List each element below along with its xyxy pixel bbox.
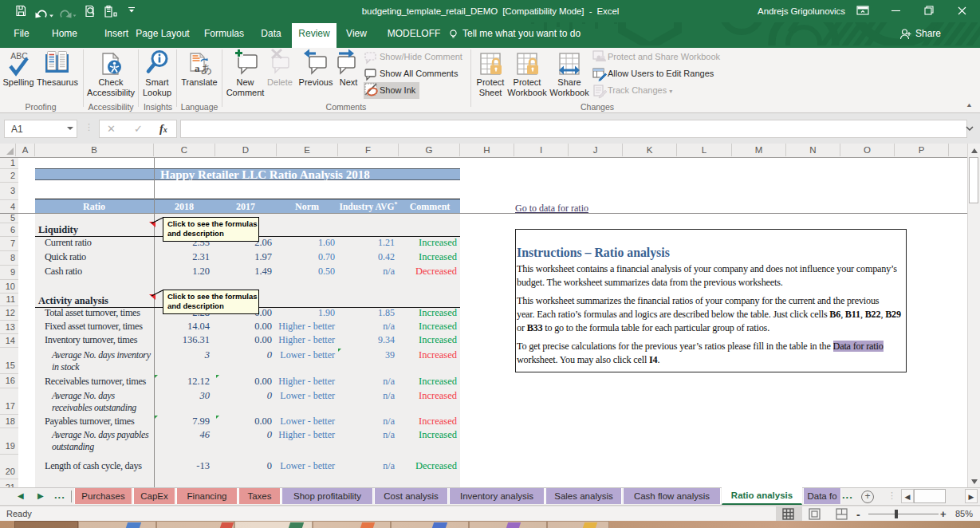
svg-text:a: a: [195, 62, 200, 74]
svg-text:あ: あ: [201, 62, 212, 75]
